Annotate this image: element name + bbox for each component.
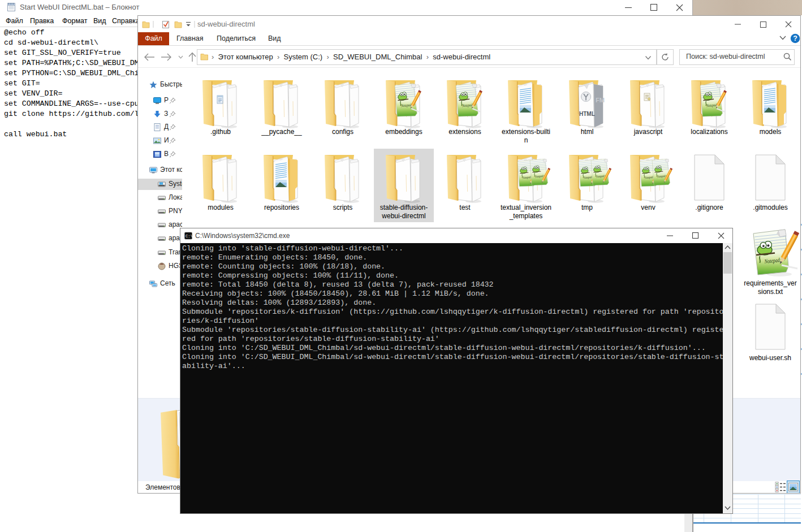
svg-text:C:\: C:\	[186, 234, 192, 239]
svg-text:?: ?	[793, 34, 797, 42]
